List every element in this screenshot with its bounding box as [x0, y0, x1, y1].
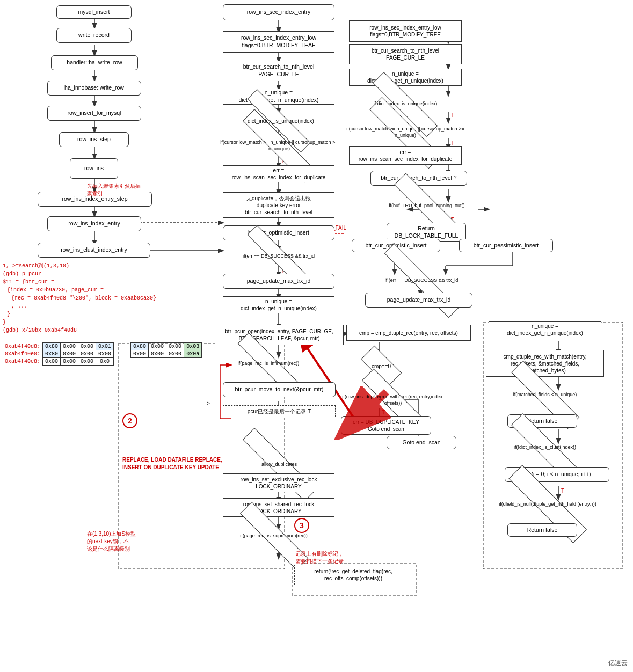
- if-matched-label: if(matched_fields < n_unique): [513, 392, 577, 398]
- box-err-row-ins-scan: err = row_ins_scan_sec_index_for_duplica…: [223, 165, 334, 182]
- mem-cell: 0x00: [78, 358, 96, 366]
- box-page-update-max2: page_update_max_trx_id: [365, 293, 472, 308]
- if-dict-unique-label: if dict_index_is_unique(index): [243, 118, 314, 125]
- row-ins-sec-label: row_ins_sec_index_entry: [247, 9, 310, 16]
- diamond-if-err-success2: if (err == DB_SUCCESS && trx_id: [354, 270, 489, 291]
- if-dfield-null-label: if(dfield_is_null(dtuple_get_nth_field (…: [499, 501, 596, 508]
- box-err-db-dup-key: err = DB_DUPLICATE_KEY Goto end_scan: [341, 416, 431, 435]
- handler-ha-label: handler::ha_write_row: [67, 59, 122, 67]
- diamond-if-page-rec-supremum: if(page_rec_is_supremum(rec)): [215, 523, 333, 549]
- mem-cell: 0x00: [131, 350, 149, 358]
- btr-cur-pessimistic-label: btr_cur_pessimistic_insert: [474, 242, 539, 250]
- box-row-insert-mysql: row_insert_for_mysql: [47, 106, 141, 121]
- mem-cell: 0x00: [166, 343, 184, 350]
- mem-cell: 0x00: [61, 358, 78, 366]
- mem-cell: 0x00: [61, 343, 78, 350]
- box-n-unique-dict: n_unique = dict_index_get_n_unique(index…: [223, 89, 334, 105]
- if-dict-clust-label: if(!dict_index_is_clust(index)): [514, 444, 576, 451]
- circle-3: 3: [294, 518, 309, 533]
- mem-addr2: 0xab4f40e0:: [3, 350, 43, 358]
- row-ins-step-label: row_ins_step: [77, 136, 111, 143]
- box-btr-cur-search-le: btr_cur_search_to_nth_level PAGE_CUR_LE: [223, 61, 334, 81]
- gdb-line9: (gdb) x/20bx 0xab4f40d8: [3, 326, 156, 334]
- annotation-next-key: 在(1,3,10)上加S模型 的next-key锁，不 论是什么隔离级别: [87, 530, 136, 553]
- btr-cur-search-le2-label: btr_cur_search_to_nth_level PAGE_CUR_LE: [372, 47, 439, 61]
- if-buf-lru-label: if(buf_LRU_buf_pool_running_out(): [389, 203, 464, 209]
- row-ins-set-exclusive-label: row_ins_set_exclusive_rec_lock LOCK_ORDI…: [241, 476, 317, 490]
- mem-cell: 0x00: [78, 343, 96, 350]
- box-row-ins-clust: row_ins_clust_index_entry: [38, 243, 150, 258]
- gdb-line8: }: [3, 318, 156, 326]
- box-cmp-dtuple-match: cmp_dtuple_rec_with_match(entry, rec,off…: [486, 350, 604, 377]
- diamond-if-page-rec-infimum: if(page_rec_is_infimum(rec)): [215, 352, 322, 376]
- mem-cell: 0x80: [43, 350, 61, 358]
- return-false2-label: Return false: [527, 527, 558, 534]
- box-n-unique-dict3: n_unique = dict_index_get_n_unique(index…: [349, 69, 462, 86]
- box-row-ins-index-entry: row_ins_index_entry: [47, 216, 141, 231]
- box-btr-pcur-move-next: btr_pcur_move_to_next(&pcur, mtr): [223, 382, 336, 397]
- box-n-unique-right: n_unique = dict_index_get_n_unique(index…: [489, 321, 601, 338]
- box-write-record: write_record: [56, 28, 132, 43]
- diamond-if-dict-unique2: if dict_index_is_unique(index): [349, 92, 462, 116]
- box-btr-cur-pessimistic: btr_cur_pessimistic_insert: [459, 239, 553, 252]
- gdb-line4: {index = 0x9b9a230, page_cur =: [3, 286, 156, 294]
- box-btr-cur-search-nth3: btr_cur_search_to_nth_level ?: [370, 171, 467, 186]
- mem-cell: 0x80: [43, 343, 61, 350]
- box-return-false2: Return false: [507, 523, 577, 537]
- if-err-success-label: if(err == DB_SUCCESS && trx_id: [243, 253, 315, 260]
- if-err-success2-label: if (err == DB_SUCCESS && trx_id: [385, 277, 459, 284]
- box-btr-cur-search-le2: btr_cur_search_to_nth_level PAGE_CUR_LE: [349, 44, 462, 64]
- gdb-line7: }: [3, 310, 156, 318]
- allow-duplicates-label: allow_duplicates: [261, 462, 297, 468]
- btr-cur-search-nth3-label: btr_cur_search_to_nth_level ?: [381, 174, 456, 182]
- n-unique-right-label: n_unique = dict_index_get_n_unique(index…: [507, 323, 583, 337]
- box-row-ins-sec: row_ins_sec_index_entry: [223, 4, 334, 20]
- err-db-dup-key-label: err = DB_DUPLICATE_KEY Goto end_scan: [353, 419, 419, 433]
- annotation-sec-then-clust: 先插入聚集索引然后插 聚索引: [87, 182, 141, 198]
- btr-cur-search-le-label: btr_cur_search_to_nth_level PAGE_CUR_LE: [243, 63, 315, 78]
- gdb-debug-section: 1, >=search到(1,3,10) (gdb) p pcur $11 = …: [3, 262, 156, 334]
- diamond-if-buf-lru: if(buf_LRU_buf_pool_running_out(): [370, 193, 483, 219]
- diamond-if-dict-unique: if dict_index_is_unique(index): [223, 110, 334, 132]
- diamond-if-matched: if(matched_fields < n_unique): [486, 382, 604, 408]
- mem-cell: 0x0a: [184, 350, 202, 358]
- row-insert-mysql-label: row_insert_for_mysql: [68, 109, 121, 117]
- diamond-if-dfield-null: if(dfield_is_null(dtuple_get_nth_field (…: [481, 490, 615, 519]
- box-cmp-dtuple-rec: cmp = cmp_dtuple_rec(entry, rec, offsets…: [346, 325, 471, 341]
- box-btr-pcur-open: btr_pcur_open(index, entry, PAGE_CUR_GE,…: [215, 325, 344, 345]
- btr-pcur-move-next-label: btr_pcur_move_to_next(&pcur, mtr): [235, 386, 323, 393]
- box-row-ins-step: row_ins_step: [59, 132, 129, 147]
- mem-cell: 0x00: [61, 350, 78, 358]
- if-page-rec-supremum-label: if(page_rec_is_supremum(rec)): [240, 533, 308, 539]
- gdb-line2: (gdb) p pcur: [3, 270, 156, 278]
- gdb-line6: , ...: [3, 302, 156, 310]
- mem-cell: 0x80: [131, 343, 149, 350]
- mem-addr3: 0xab4f40e8:: [3, 358, 43, 366]
- mem-cell: 0x00: [43, 358, 61, 366]
- row-ins-sec-low-tree-label: row_ins_sec_index_entry_low flags=0,BTR_…: [369, 24, 441, 38]
- row-ins-index-entry-label: row_ins_index_entry: [68, 220, 120, 228]
- box-return-rec-get: return(!rec_get_deleted_flag(rec, rec_of…: [294, 565, 412, 585]
- if-cursor-match2-label: if(cursor.low_match >= n_unique || curso…: [346, 126, 464, 138]
- mem-cell: 0x00: [96, 350, 114, 358]
- write-record-label: write_record: [78, 32, 110, 39]
- annotation-replace: REPLACE, LOAD DATAFILE REPLACE, INSERT O…: [122, 456, 222, 471]
- mysql-insert-label: mysql_insert: [78, 9, 110, 16]
- box-row-ins-sec-low-leaf: row_ins_sec_index_entry_low flags=0,BTR_…: [223, 31, 334, 53]
- gdb-line3: $11 = {btr_cur =: [3, 278, 156, 286]
- box-row-ins: row_ins: [70, 158, 118, 179]
- mem-cell: 0x03: [184, 343, 202, 350]
- annotation-deleted-mark: 记录上有删除标记， 需要扫描下一条记录: [295, 550, 344, 565]
- mem-cell: 0x00: [149, 343, 166, 350]
- err-row-ins-scan2-label: err = row_ins_scan_sec_index_for_duplica…: [359, 149, 453, 163]
- memory-table: 0xab4f40d8: 0x80 0x00 0x00 0x01 0x80 0x0…: [3, 342, 202, 366]
- box-n-unique-dict2: n_unique = dict_index_get_n_unique(index…: [223, 296, 334, 313]
- box-page-update-trx: page_update_max_trx_id: [223, 274, 334, 289]
- page-update-max2-label: page_update_max_trx_id: [387, 296, 451, 304]
- box-mysql-insert: mysql_insert: [56, 5, 132, 19]
- watermark: 亿速云: [608, 659, 628, 668]
- mem-cell: 0x00: [78, 350, 96, 358]
- box-row-ins-set-exclusive: row_ins_set_exclusive_rec_lock LOCK_ORDI…: [223, 473, 334, 492]
- if-cursor-match-label: if(cursor.low_match >= n_unique || curso…: [217, 140, 341, 152]
- gdb-line1: 1, >=search到(1,3,10): [3, 262, 156, 270]
